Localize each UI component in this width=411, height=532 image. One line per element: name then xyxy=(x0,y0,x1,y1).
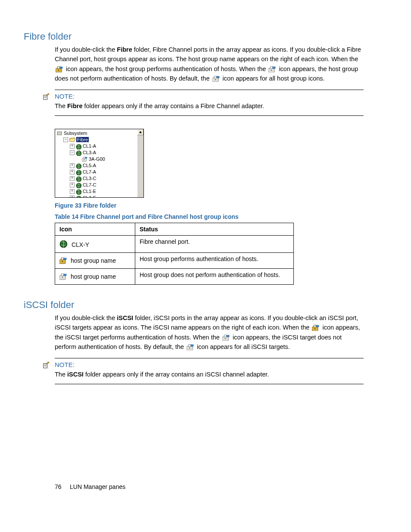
unlock-noauth-icon xyxy=(212,75,220,81)
rule xyxy=(55,358,364,358)
port-icon xyxy=(76,144,81,149)
unlock-noauth-icon xyxy=(268,65,276,72)
collapse-icon[interactable]: − xyxy=(70,150,75,155)
tree-node[interactable]: +CL7-C xyxy=(57,182,142,188)
unlock-noauth-icon xyxy=(187,343,194,349)
col-icon: Icon xyxy=(55,223,135,235)
para-iscsi: If you double-click the iSCSI folder, iS… xyxy=(55,313,364,352)
tree-node[interactable]: +CL1-E xyxy=(57,188,142,195)
rule xyxy=(55,90,364,90)
port-icon xyxy=(76,163,81,168)
rule xyxy=(55,115,364,116)
col-status: Status xyxy=(135,223,294,235)
tree-fibre[interactable]: − Fibre xyxy=(57,137,142,143)
collapse-icon[interactable]: − xyxy=(63,137,68,142)
expand-icon[interactable]: + xyxy=(70,196,75,198)
port-icon xyxy=(76,183,81,187)
expand-icon[interactable]: + xyxy=(70,183,75,187)
note-label: NOTE: xyxy=(55,93,75,100)
note-icon xyxy=(43,361,50,368)
tree-node[interactable]: −CL3-A xyxy=(57,149,142,156)
folder-open-icon xyxy=(69,137,75,142)
port-icon xyxy=(76,150,81,155)
port-icon xyxy=(76,176,81,181)
svg-rect-13 xyxy=(57,132,62,135)
tree-leaf[interactable]: 3A-G00 xyxy=(57,156,142,162)
table-row: CLX-Y Fibre channel port. xyxy=(55,235,294,252)
scroll-up-icon[interactable] xyxy=(137,129,143,135)
heading-iscsi-folder: iSCSI folder xyxy=(24,299,364,311)
para-fibre: If you double-click the Fibre folder, Fi… xyxy=(55,45,364,84)
hostgroup-icon xyxy=(82,157,87,162)
icon-table: Icon Status CLX-Y Fibre channel port. ho… xyxy=(55,223,294,285)
tree-node[interactable]: +CL5-A xyxy=(57,162,142,169)
rule xyxy=(55,384,364,384)
tree-node[interactable]: +CL3-C xyxy=(57,175,142,182)
port-icon xyxy=(76,196,81,198)
note-icon xyxy=(43,93,50,100)
scrollbar[interactable] xyxy=(137,129,143,197)
port-icon xyxy=(76,189,81,194)
unlock-noauth-icon xyxy=(59,274,67,282)
note-text-fibre: The Fibre folder appears only if the arr… xyxy=(55,103,364,109)
figure-caption: Figure 33 Fibre folder xyxy=(55,202,364,209)
expand-icon[interactable]: + xyxy=(70,176,75,181)
note-text-iscsi: The iSCSI folder appears only if the arr… xyxy=(55,371,364,378)
unlock-noauth-icon xyxy=(222,334,230,340)
table-caption: Table 14 Fibre Channel port and Fibre Ch… xyxy=(55,213,364,220)
port-icon xyxy=(59,240,68,250)
expand-icon[interactable]: + xyxy=(70,144,75,149)
note-label: NOTE: xyxy=(55,361,75,368)
tree-node[interactable]: +CL3-E xyxy=(57,195,142,198)
table-row: host group name Host group performs auth… xyxy=(55,252,294,268)
tree-view[interactable]: Subsystem − Fibre +CL1-A −CL3-A 3A-G00 +… xyxy=(55,129,144,198)
table-row: host group name Host group does not perf… xyxy=(55,268,294,284)
tree-root[interactable]: Subsystem xyxy=(57,130,142,137)
lock-auth-icon xyxy=(59,258,67,266)
expand-icon[interactable]: + xyxy=(70,189,75,194)
box-icon xyxy=(57,131,62,136)
expand-icon[interactable]: + xyxy=(70,163,75,168)
port-icon xyxy=(76,170,81,174)
page-footer: 76 LUN Manager panes xyxy=(55,483,364,490)
lock-auth-icon xyxy=(56,65,63,72)
lock-auth-icon xyxy=(312,324,320,330)
heading-fibre-folder: Fibre folder xyxy=(24,31,364,42)
tree-node[interactable]: +CL7-A xyxy=(57,169,142,175)
tree-node[interactable]: +CL1-A xyxy=(57,143,142,149)
expand-icon[interactable]: + xyxy=(70,170,75,174)
